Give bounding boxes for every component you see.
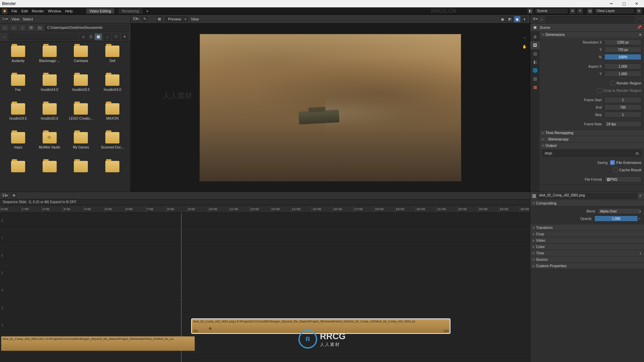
tab-viewlayer[interactable]: ▤	[530, 50, 540, 58]
tab-object[interactable]: ▧	[530, 75, 540, 83]
frate-value[interactable]: 24 fps	[604, 121, 641, 127]
folder-item[interactable]: houdini19.5	[3, 103, 34, 130]
folder-item[interactable]: houdini20.0	[34, 103, 65, 130]
folder-item[interactable]: houdini19.0	[97, 74, 128, 101]
menu-window[interactable]: Window	[48, 9, 61, 13]
workspace-tab-rendering[interactable]: Rendering	[118, 8, 142, 14]
viewlayer-icon[interactable]: ▤	[587, 8, 593, 14]
tab-scene[interactable]: ◧	[530, 58, 540, 66]
minimize-button[interactable]: ━	[606, 0, 616, 7]
scene-icon[interactable]: ◧	[527, 8, 533, 14]
overlay-button-a[interactable]: ▣	[499, 16, 505, 22]
resy-value[interactable]: 720 px	[604, 47, 641, 53]
sq-section-custom[interactable]: Custom Properties	[530, 263, 644, 269]
section-dimensions-header[interactable]: Dimensions≡	[540, 32, 644, 38]
path-input[interactable]: C:\Users\quiro\OneDrive\Documents\	[45, 24, 129, 31]
overlay-button-b[interactable]: ◩	[507, 16, 513, 22]
nav-refresh-button[interactable]: ⟳	[28, 24, 35, 31]
output-browse-icon[interactable]: 🗀	[636, 152, 639, 155]
folder-item[interactable]: houdini14.0	[34, 74, 65, 101]
fstart-value[interactable]: 1	[604, 97, 641, 103]
preview-viewport[interactable]: ⌕ ✋ 人人素材	[131, 23, 530, 192]
filter-dropdown-button[interactable]: ▾	[121, 34, 128, 40]
strip-name-input[interactable]: shot_02_Comp_v02_0001.png	[537, 193, 638, 199]
fileext-check[interactable]: ✓	[610, 160, 615, 165]
crop-region-check[interactable]	[597, 88, 602, 93]
folder-item[interactable]	[3, 161, 34, 188]
preset-icon[interactable]: ≡	[639, 33, 641, 37]
fformat-value[interactable]: 🖼 PNG	[604, 176, 641, 182]
resx-value[interactable]: 1280 px	[604, 39, 641, 45]
pan-icon[interactable]: ✋	[521, 43, 528, 50]
folder-item[interactable]: maya	[3, 132, 34, 159]
sq-section-source[interactable]: Source	[530, 256, 644, 263]
folder-item[interactable]: Blackmagic ...	[34, 46, 65, 72]
sequence-strip[interactable]: shot_01_Comp_v02_0001.001 | D:\Projects\…	[1, 336, 195, 351]
time-lock-icon[interactable]: ↕	[640, 251, 642, 255]
section-output[interactable]: Output	[540, 142, 644, 148]
display-detail-button[interactable]: ☰	[87, 34, 95, 40]
search-input[interactable]	[8, 34, 78, 40]
viewlayer-new-button[interactable]: ⧉	[636, 8, 642, 14]
sq-section-compositing[interactable]: Compositing	[530, 200, 644, 206]
scene-new-button[interactable]: ⧉	[570, 8, 576, 14]
tool-button[interactable]: ✎	[142, 16, 148, 22]
close-button[interactable]: ✕	[631, 0, 642, 7]
folder-item[interactable]: MAXON	[97, 103, 128, 130]
opacity-value[interactable]: 1.000	[594, 216, 638, 222]
folder-item[interactable]: houdini18.5	[66, 74, 97, 101]
tab-world[interactable]: 🌐	[530, 66, 540, 74]
seq-tool-icon[interactable]: ✥	[11, 193, 17, 199]
workspace-tab-add[interactable]: +	[146, 9, 148, 13]
display-list-button[interactable]: ≡	[80, 34, 87, 40]
folder-item[interactable]: Dell	[97, 46, 128, 72]
maximize-button[interactable]: ▢	[619, 0, 629, 7]
sequence-strip[interactable]: shot_02_Comp_v02_0001.png | D:\Projects\…	[192, 319, 450, 334]
folder-item[interactable]: Audacity	[3, 46, 34, 72]
filebrowser-menu-select[interactable]: Select	[23, 17, 33, 21]
strip-mute-toggle[interactable]: ✓	[639, 194, 642, 198]
filebrowser-menu-view[interactable]: View	[11, 17, 19, 21]
fstep-value[interactable]: 1	[604, 112, 641, 118]
zoom-icon[interactable]: ⌕	[521, 34, 528, 41]
display-thumb-button[interactable]: ▦	[95, 34, 102, 40]
folder-item[interactable]	[34, 161, 65, 188]
blend-value[interactable]: Alpha Over▾	[598, 208, 641, 214]
menu-help[interactable]: Help	[65, 9, 73, 13]
folder-item[interactable]	[97, 161, 128, 188]
section-stereo[interactable]: Stereoscopy	[540, 136, 644, 142]
scene-name-input[interactable]: Scene	[535, 8, 568, 14]
sq-section-video[interactable]: Video	[530, 237, 644, 244]
folder-item[interactable]	[66, 161, 97, 188]
pin-icon[interactable]: 📌	[637, 25, 642, 30]
folder-item[interactable]: McAfee Vaults	[34, 132, 65, 159]
overlay-dropdown[interactable]: ▾	[522, 16, 528, 22]
aspy-value[interactable]: 1.000	[604, 71, 641, 77]
preview-type-icon[interactable]: ▦	[156, 16, 162, 22]
preview-menu-view[interactable]: View	[191, 17, 199, 21]
tab-texture[interactable]: ▩	[530, 83, 540, 91]
menu-render[interactable]: Render	[32, 9, 44, 13]
viewlayer-name-input[interactable]: View Layer	[594, 8, 635, 14]
workspace-tab-video-editing[interactable]: Video Editing	[86, 8, 115, 14]
sq-section-transform[interactable]: Transform	[530, 225, 644, 231]
preview-mode-dropdown[interactable]: Preview	[165, 16, 188, 22]
render-region-check[interactable]	[610, 81, 615, 85]
menu-edit[interactable]: Edit	[21, 9, 28, 13]
fend-value[interactable]: 700	[604, 104, 641, 110]
output-path[interactable]: /tmp\	[545, 152, 552, 155]
nav-back-button[interactable]: ←	[1, 24, 9, 31]
sq-section-time[interactable]: Time↕	[530, 250, 644, 256]
overlay-button-c[interactable]: ◉	[514, 16, 520, 22]
sq-section-crop[interactable]: Crop	[530, 231, 644, 237]
sequencer-tracks[interactable]: 8+17 00 87654321shot_01_Comp_v02_0001.00…	[0, 213, 530, 362]
folder-item[interactable]: LEGO Creatio...	[66, 103, 97, 130]
folder-item[interactable]: My Games	[66, 132, 97, 159]
nav-newfolder-button[interactable]: 🗀	[36, 24, 44, 31]
sort-button[interactable]: ↕	[104, 34, 111, 40]
sequencer-ruler[interactable]: 0+001+002+003+004+005+006+007+008+009+00…	[0, 205, 530, 213]
tab-output[interactable]: 🖼	[530, 41, 540, 49]
props-search-input[interactable]	[545, 16, 635, 22]
section-timeremap[interactable]: Time Remapping	[540, 130, 644, 136]
props-options-button[interactable]: ⋯	[636, 16, 642, 22]
